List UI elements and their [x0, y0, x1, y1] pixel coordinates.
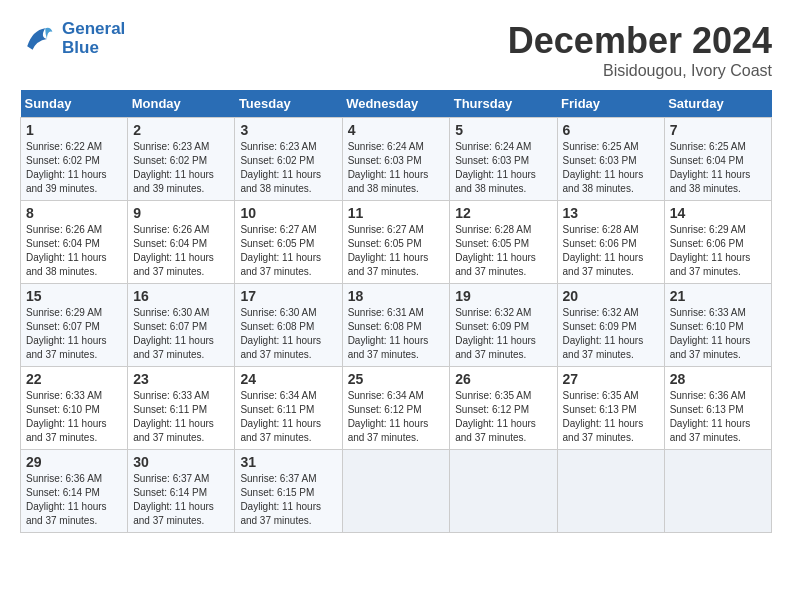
day-number: 2	[133, 122, 229, 138]
calendar-cell: 30Sunrise: 6:37 AM Sunset: 6:14 PM Dayli…	[128, 450, 235, 533]
day-info: Sunrise: 6:35 AM Sunset: 6:12 PM Dayligh…	[455, 389, 551, 445]
day-info: Sunrise: 6:26 AM Sunset: 6:04 PM Dayligh…	[26, 223, 122, 279]
calendar-cell: 31Sunrise: 6:37 AM Sunset: 6:15 PM Dayli…	[235, 450, 342, 533]
day-number: 23	[133, 371, 229, 387]
calendar-cell: 23Sunrise: 6:33 AM Sunset: 6:11 PM Dayli…	[128, 367, 235, 450]
calendar-cell: 14Sunrise: 6:29 AM Sunset: 6:06 PM Dayli…	[664, 201, 771, 284]
calendar-cell: 28Sunrise: 6:36 AM Sunset: 6:13 PM Dayli…	[664, 367, 771, 450]
day-number: 12	[455, 205, 551, 221]
calendar-week-2: 8Sunrise: 6:26 AM Sunset: 6:04 PM Daylig…	[21, 201, 772, 284]
day-number: 5	[455, 122, 551, 138]
day-info: Sunrise: 6:27 AM Sunset: 6:05 PM Dayligh…	[348, 223, 445, 279]
day-number: 4	[348, 122, 445, 138]
logo: General Blue	[20, 20, 125, 57]
day-number: 9	[133, 205, 229, 221]
day-number: 3	[240, 122, 336, 138]
day-number: 17	[240, 288, 336, 304]
day-number: 24	[240, 371, 336, 387]
day-info: Sunrise: 6:22 AM Sunset: 6:02 PM Dayligh…	[26, 140, 122, 196]
day-number: 31	[240, 454, 336, 470]
day-info: Sunrise: 6:28 AM Sunset: 6:06 PM Dayligh…	[563, 223, 659, 279]
day-info: Sunrise: 6:33 AM Sunset: 6:11 PM Dayligh…	[133, 389, 229, 445]
calendar-cell: 29Sunrise: 6:36 AM Sunset: 6:14 PM Dayli…	[21, 450, 128, 533]
logo-icon	[20, 21, 56, 57]
day-number: 6	[563, 122, 659, 138]
day-info: Sunrise: 6:34 AM Sunset: 6:11 PM Dayligh…	[240, 389, 336, 445]
month-title: December 2024	[508, 20, 772, 62]
day-number: 16	[133, 288, 229, 304]
calendar-cell	[557, 450, 664, 533]
calendar-body: 1Sunrise: 6:22 AM Sunset: 6:02 PM Daylig…	[21, 118, 772, 533]
day-info: Sunrise: 6:25 AM Sunset: 6:03 PM Dayligh…	[563, 140, 659, 196]
page-header: General Blue December 2024 Bisidougou, I…	[20, 20, 772, 80]
day-info: Sunrise: 6:23 AM Sunset: 6:02 PM Dayligh…	[240, 140, 336, 196]
calendar-cell: 8Sunrise: 6:26 AM Sunset: 6:04 PM Daylig…	[21, 201, 128, 284]
calendar-week-4: 22Sunrise: 6:33 AM Sunset: 6:10 PM Dayli…	[21, 367, 772, 450]
day-info: Sunrise: 6:29 AM Sunset: 6:06 PM Dayligh…	[670, 223, 766, 279]
calendar-cell: 2Sunrise: 6:23 AM Sunset: 6:02 PM Daylig…	[128, 118, 235, 201]
calendar-cell: 18Sunrise: 6:31 AM Sunset: 6:08 PM Dayli…	[342, 284, 450, 367]
day-info: Sunrise: 6:36 AM Sunset: 6:14 PM Dayligh…	[26, 472, 122, 528]
calendar-cell: 10Sunrise: 6:27 AM Sunset: 6:05 PM Dayli…	[235, 201, 342, 284]
day-info: Sunrise: 6:26 AM Sunset: 6:04 PM Dayligh…	[133, 223, 229, 279]
title-block: December 2024 Bisidougou, Ivory Coast	[508, 20, 772, 80]
logo-text: General Blue	[62, 20, 125, 57]
day-number: 1	[26, 122, 122, 138]
day-number: 11	[348, 205, 445, 221]
weekday-header-tuesday: Tuesday	[235, 90, 342, 118]
day-info: Sunrise: 6:27 AM Sunset: 6:05 PM Dayligh…	[240, 223, 336, 279]
day-number: 27	[563, 371, 659, 387]
calendar-cell: 4Sunrise: 6:24 AM Sunset: 6:03 PM Daylig…	[342, 118, 450, 201]
day-info: Sunrise: 6:32 AM Sunset: 6:09 PM Dayligh…	[563, 306, 659, 362]
calendar-cell: 3Sunrise: 6:23 AM Sunset: 6:02 PM Daylig…	[235, 118, 342, 201]
calendar-week-5: 29Sunrise: 6:36 AM Sunset: 6:14 PM Dayli…	[21, 450, 772, 533]
day-info: Sunrise: 6:24 AM Sunset: 6:03 PM Dayligh…	[348, 140, 445, 196]
calendar-cell: 1Sunrise: 6:22 AM Sunset: 6:02 PM Daylig…	[21, 118, 128, 201]
weekday-header-sunday: Sunday	[21, 90, 128, 118]
calendar-cell: 6Sunrise: 6:25 AM Sunset: 6:03 PM Daylig…	[557, 118, 664, 201]
day-info: Sunrise: 6:36 AM Sunset: 6:13 PM Dayligh…	[670, 389, 766, 445]
calendar-cell	[450, 450, 557, 533]
day-number: 26	[455, 371, 551, 387]
calendar-week-1: 1Sunrise: 6:22 AM Sunset: 6:02 PM Daylig…	[21, 118, 772, 201]
day-info: Sunrise: 6:37 AM Sunset: 6:14 PM Dayligh…	[133, 472, 229, 528]
calendar-cell: 11Sunrise: 6:27 AM Sunset: 6:05 PM Dayli…	[342, 201, 450, 284]
calendar-cell: 13Sunrise: 6:28 AM Sunset: 6:06 PM Dayli…	[557, 201, 664, 284]
day-info: Sunrise: 6:29 AM Sunset: 6:07 PM Dayligh…	[26, 306, 122, 362]
calendar-cell: 7Sunrise: 6:25 AM Sunset: 6:04 PM Daylig…	[664, 118, 771, 201]
day-number: 25	[348, 371, 445, 387]
day-number: 18	[348, 288, 445, 304]
day-number: 30	[133, 454, 229, 470]
weekday-header-saturday: Saturday	[664, 90, 771, 118]
calendar-cell	[664, 450, 771, 533]
day-info: Sunrise: 6:23 AM Sunset: 6:02 PM Dayligh…	[133, 140, 229, 196]
calendar-cell: 26Sunrise: 6:35 AM Sunset: 6:12 PM Dayli…	[450, 367, 557, 450]
calendar-table: SundayMondayTuesdayWednesdayThursdayFrid…	[20, 90, 772, 533]
calendar-cell: 25Sunrise: 6:34 AM Sunset: 6:12 PM Dayli…	[342, 367, 450, 450]
weekday-header-wednesday: Wednesday	[342, 90, 450, 118]
day-info: Sunrise: 6:30 AM Sunset: 6:08 PM Dayligh…	[240, 306, 336, 362]
day-info: Sunrise: 6:37 AM Sunset: 6:15 PM Dayligh…	[240, 472, 336, 528]
weekday-header-thursday: Thursday	[450, 90, 557, 118]
calendar-cell: 16Sunrise: 6:30 AM Sunset: 6:07 PM Dayli…	[128, 284, 235, 367]
day-info: Sunrise: 6:33 AM Sunset: 6:10 PM Dayligh…	[670, 306, 766, 362]
calendar-cell: 22Sunrise: 6:33 AM Sunset: 6:10 PM Dayli…	[21, 367, 128, 450]
day-info: Sunrise: 6:24 AM Sunset: 6:03 PM Dayligh…	[455, 140, 551, 196]
calendar-header-row: SundayMondayTuesdayWednesdayThursdayFrid…	[21, 90, 772, 118]
day-number: 19	[455, 288, 551, 304]
calendar-cell: 27Sunrise: 6:35 AM Sunset: 6:13 PM Dayli…	[557, 367, 664, 450]
calendar-cell: 5Sunrise: 6:24 AM Sunset: 6:03 PM Daylig…	[450, 118, 557, 201]
day-number: 8	[26, 205, 122, 221]
calendar-cell: 9Sunrise: 6:26 AM Sunset: 6:04 PM Daylig…	[128, 201, 235, 284]
day-number: 21	[670, 288, 766, 304]
day-info: Sunrise: 6:32 AM Sunset: 6:09 PM Dayligh…	[455, 306, 551, 362]
day-info: Sunrise: 6:34 AM Sunset: 6:12 PM Dayligh…	[348, 389, 445, 445]
calendar-cell: 24Sunrise: 6:34 AM Sunset: 6:11 PM Dayli…	[235, 367, 342, 450]
calendar-cell: 20Sunrise: 6:32 AM Sunset: 6:09 PM Dayli…	[557, 284, 664, 367]
day-info: Sunrise: 6:33 AM Sunset: 6:10 PM Dayligh…	[26, 389, 122, 445]
day-info: Sunrise: 6:35 AM Sunset: 6:13 PM Dayligh…	[563, 389, 659, 445]
day-info: Sunrise: 6:30 AM Sunset: 6:07 PM Dayligh…	[133, 306, 229, 362]
calendar-cell: 17Sunrise: 6:30 AM Sunset: 6:08 PM Dayli…	[235, 284, 342, 367]
calendar-cell	[342, 450, 450, 533]
location: Bisidougou, Ivory Coast	[508, 62, 772, 80]
